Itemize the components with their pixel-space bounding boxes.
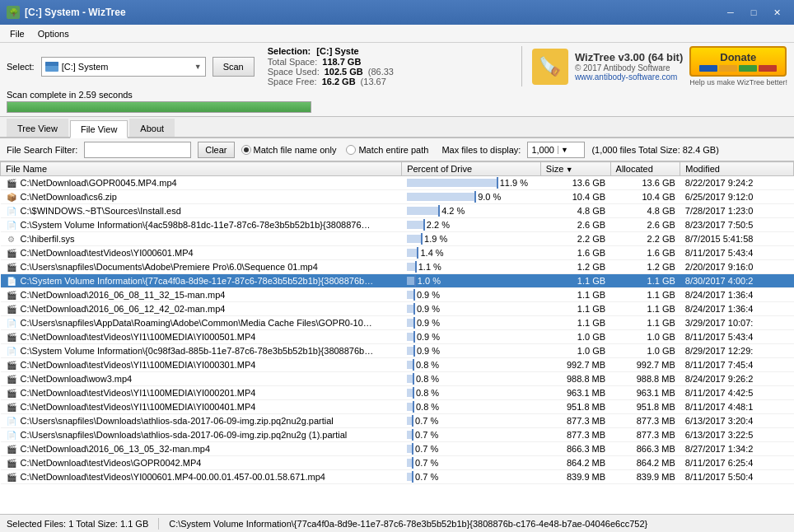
radio-group: Match file name only Match entire path <box>241 145 429 155</box>
cell-size: 951.8 MB <box>540 400 610 414</box>
status-selected-files: Selected Files: 1 Total Size: 1.1 GB <box>7 519 148 529</box>
col-percent[interactable]: Percent of Drive <box>402 162 541 176</box>
col-modified[interactable]: Modified <box>680 162 794 176</box>
cell-modified: 2/20/2017 9:16:0 <box>680 260 794 274</box>
cell-percent: 0.7 % <box>402 428 541 442</box>
donate-button[interactable]: Donate <box>689 46 787 77</box>
table-row[interactable]: 🎬 C:\NetDownload\GOPR0045.MP4.mp4 11.9 %… <box>1 176 794 190</box>
percent-marker <box>412 415 413 427</box>
max-files-dropdown[interactable]: ▼ <box>558 146 571 154</box>
percent-marker <box>413 401 414 413</box>
radio-path-circle <box>346 145 356 155</box>
cell-size: 1.0 GB <box>540 344 610 358</box>
percent-bar <box>407 347 413 355</box>
table-row[interactable]: 🎬 C:\Users\snapfiles\Documents\Adobe\Pre… <box>1 260 794 274</box>
cell-allocated: 1.0 GB <box>610 330 680 344</box>
cell-modified: 7/28/2017 1:23:0 <box>680 204 794 218</box>
table-row[interactable]: 📦 C:\NetDownload\cs6.zip 9.0 % 10.4 GB 1… <box>1 190 794 204</box>
table-row[interactable]: 📄 C:\Users\snapfiles\AppData\Roaming\Ado… <box>1 316 794 330</box>
table-row[interactable]: 🎬 C:\NetDownload\2016_06_13_05_32-man.mp… <box>1 442 794 456</box>
filename-text: C:\NetDownload\testVideos\YI1\100MEDIA\Y… <box>21 402 256 412</box>
col-allocated[interactable]: Allocated <box>610 162 680 176</box>
cell-modified: 8/24/2017 9:26:2 <box>680 372 794 386</box>
tab-file-view[interactable]: File View <box>70 120 128 138</box>
col-size[interactable]: Size <box>540 162 610 176</box>
space-used-label: Space Used: <box>268 67 320 77</box>
percent-bar <box>407 389 413 397</box>
percent-text: 0.9 % <box>417 304 440 314</box>
donate-label: Donate <box>720 51 756 63</box>
progress-bar <box>7 101 311 113</box>
filename-text: C:\Users\snapfiles\AppData\Roaming\Adobe… <box>21 318 375 328</box>
file-icon: 📄 <box>6 275 17 287</box>
percent-marker <box>497 177 498 189</box>
drive-icon <box>45 62 58 72</box>
cell-size: 866.3 MB <box>540 442 610 456</box>
table-row[interactable]: 🎬 C:\NetDownload\testVideos\YI1\100MEDIA… <box>1 358 794 372</box>
table-row[interactable]: 🎬 C:\NetDownload\wow3.mp4 0.8 % 988.8 MB… <box>1 372 794 386</box>
table-row[interactable]: 📄 C:\System Volume Information\{4ac598b8… <box>1 218 794 232</box>
scan-button[interactable]: Scan <box>213 57 255 77</box>
percent-bar <box>407 319 413 327</box>
minimize-button[interactable]: ─ <box>720 3 741 21</box>
percent-marker <box>412 471 413 483</box>
cell-allocated: 864.2 MB <box>610 456 680 470</box>
table-row[interactable]: 🎬 C:\NetDownload\testVideos\YI000601.MP4… <box>1 470 794 484</box>
table-row[interactable]: 📄 C:\$WINDOWS.~BT\Sources\Install.esd 4.… <box>1 204 794 218</box>
tab-about[interactable]: About <box>129 119 175 137</box>
cell-filename: 🎬 C:\NetDownload\testVideos\YI000601.MP4… <box>1 470 402 484</box>
percent-marker <box>423 219 425 231</box>
percent-text: 0.7 % <box>415 472 438 482</box>
card3-icon <box>739 65 757 72</box>
radio-match-filename[interactable]: Match file name only <box>241 145 337 155</box>
file-icon: 📄 <box>6 219 17 231</box>
cell-allocated: 13.6 GB <box>610 176 680 190</box>
file-icon: 🎬 <box>6 261 17 273</box>
file-table-container[interactable]: File Name Percent of Drive Size Allocate… <box>0 161 794 514</box>
cell-modified: 8/11/2017 4:42:5 <box>680 386 794 400</box>
table-row[interactable]: 🎬 C:\NetDownload\2016_06_06_12_42_02-man… <box>1 302 794 316</box>
filter-input[interactable] <box>84 142 191 158</box>
table-row[interactable]: 🎬 C:\NetDownload\testVideos\GOPR0042.MP4… <box>1 456 794 470</box>
cell-modified: 8/24/2017 1:36:4 <box>680 302 794 316</box>
cell-filename: 🎬 C:\NetDownload\testVideos\YI1\100MEDIA… <box>1 358 402 372</box>
file-icon: 🎬 <box>6 247 17 259</box>
close-button[interactable]: ✕ <box>766 3 787 21</box>
table-row[interactable]: 🎬 C:\NetDownload\testVideos\YI1\100MEDIA… <box>1 386 794 400</box>
percent-marker <box>413 317 415 329</box>
drive-selector[interactable]: [C:] System ▼ <box>41 57 206 77</box>
scan-status: Scan complete in 2.59 seconds <box>7 90 787 100</box>
percent-text: 4.2 % <box>441 206 465 216</box>
percent-bar <box>407 333 413 341</box>
maximize-button[interactable]: □ <box>743 3 764 21</box>
percent-text: 0.7 % <box>415 458 438 468</box>
col-filename[interactable]: File Name <box>1 162 402 176</box>
table-row[interactable]: 🎬 C:\NetDownload\testVideos\YI1\100MEDIA… <box>1 400 794 414</box>
cell-modified: 8/7/2015 5:41:58 <box>680 232 794 246</box>
table-row[interactable]: ⚙ C:\hiberfil.sys 1.9 % 2.2 GB 2.2 GB 8/… <box>1 232 794 246</box>
percent-text: 0.7 % <box>415 430 438 440</box>
cell-size: 2.6 GB <box>540 218 610 232</box>
cell-filename: ⚙ C:\hiberfil.sys <box>1 232 402 246</box>
table-row[interactable]: 🎬 C:\NetDownload\testVideos\YI000601.MP4… <box>1 246 794 260</box>
table-row[interactable]: 📄 C:\System Volume Information\{77ca4f0a… <box>1 274 794 288</box>
cell-filename: 🎬 C:\NetDownload\2016_06_08_11_32_15-man… <box>1 288 402 302</box>
cell-percent: 4.2 % <box>402 204 541 218</box>
percent-text: 1.4 % <box>420 248 443 258</box>
clear-button[interactable]: Clear <box>198 142 234 158</box>
table-row[interactable]: 🎬 C:\NetDownload\2016_06_08_11_32_15-man… <box>1 288 794 302</box>
menu-options[interactable]: Options <box>31 25 76 42</box>
filename-text: C:\hiberfil.sys <box>21 234 75 244</box>
table-row[interactable]: 📄 C:\System Volume Information\{0c98f3ad… <box>1 344 794 358</box>
radio-match-path[interactable]: Match entire path <box>346 145 428 155</box>
table-row[interactable]: 🎬 C:\NetDownload\testVideos\YI1\100MEDIA… <box>1 330 794 344</box>
percent-bar <box>407 277 414 285</box>
file-icon: 📄 <box>6 205 17 217</box>
file-search-toolbar: File Search Filter: Clear Match file nam… <box>0 138 794 161</box>
tab-tree-view[interactable]: Tree View <box>7 119 68 137</box>
table-row[interactable]: 📄 C:\Users\snapfiles\Downloads\athlios-s… <box>1 414 794 428</box>
table-row[interactable]: 📄 C:\Users\snapfiles\Downloads\athlios-s… <box>1 428 794 442</box>
menu-file[interactable]: File <box>3 25 31 42</box>
max-files-value: 1,000 <box>528 145 558 155</box>
cell-percent: 0.9 % <box>402 344 541 358</box>
